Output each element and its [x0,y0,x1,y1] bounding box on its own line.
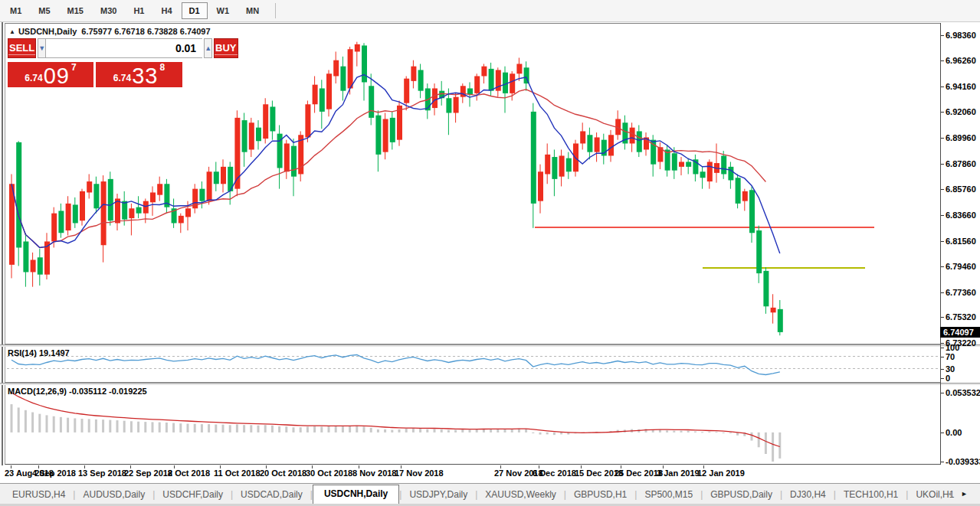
macd-histogram-bar [680,431,683,433]
price-tick-label: 6.92060 [946,107,976,116]
axis-tick-mark [941,357,944,357]
volume-decrease-button[interactable]: ▼ [38,38,46,58]
macd-histogram-bar [215,425,217,433]
candle-body [31,260,36,272]
axis-tick-mark [941,433,944,433]
macd-histogram-bar [137,422,139,433]
candle-body [721,155,726,174]
chart-tab-audusd[interactable]: AUDUSD,Daily [75,486,152,504]
volume-increase-button[interactable]: ▲ [204,38,212,58]
candle-body [446,98,451,113]
candle-body [355,44,360,52]
macd-histogram-bar [778,433,781,459]
rsi-pane[interactable] [5,347,940,383]
macd-pane[interactable] [5,385,940,465]
date-label: 8 Nov 2018 [352,468,396,478]
macd-histogram-bar [278,426,280,433]
macd-histogram-bar [293,427,295,433]
chart-tab-eurusd[interactable]: EURUSD,H4 [5,486,73,504]
macd-histogram-bar [504,429,506,433]
chart-tabs: EURUSD,H4|AUDUSD,Daily|USDCHF,Daily|USDC… [5,485,962,504]
macd-histogram-bar [250,425,252,433]
macd-histogram-bar [159,423,161,433]
macd-histogram-bar [38,414,41,433]
axis-tick-mark [941,378,944,379]
chart-tab-gbpusd[interactable]: GBPUSD,Daily [703,486,780,504]
candle-body [510,73,515,93]
candle-body [679,162,684,166]
price-axis-border [940,23,941,465]
chart-tab-usdcnh[interactable]: USDCNH,Daily [313,485,399,504]
chart-tab-xauusd[interactable]: XAUUSD,Weekly [477,486,563,504]
volume-input[interactable] [46,38,202,58]
chart-tab-usdchf[interactable]: USDCHF,Daily [155,486,231,504]
date-label: 4 Sep 2018 [32,468,76,478]
macd-histogram-bar [179,423,182,433]
timeframe-button-m15[interactable]: M15 [60,2,91,19]
tab-scroll-left-icon[interactable]: ◄ [946,490,961,498]
macd-histogram-bar [532,433,534,433]
timeframe-button-mn[interactable]: MN [238,2,267,19]
timeframe-button-m1[interactable]: M1 [2,2,29,19]
sell-quote-button[interactable]: 6.74 09 7 [8,62,93,87]
rsi-tick-label: 0 [946,374,950,383]
candle-body [418,70,424,90]
date-label: 25 Dec 2018 [615,468,663,478]
chart-tab-dj30[interactable]: DJ30,H4 [782,486,834,504]
date-label: 11 Oct 2018 [214,468,261,478]
chart-tab-sp500[interactable]: SP500,M15 [637,486,700,504]
timeframe-button-h4[interactable]: H4 [153,2,179,19]
chart-tab-gbpusd[interactable]: GBPUSD,H1 [566,486,634,504]
macd-histogram-bar [18,407,20,432]
sell-button[interactable]: SELL [8,38,36,58]
macd-histogram-bar [257,426,260,433]
macd-histogram-bar [356,426,358,433]
chart-tab-usdjpy[interactable]: USDJPY,Daily [402,486,475,504]
timeframe-button-w1[interactable]: W1 [209,2,238,19]
chart-tab-usdcad[interactable]: USDCAD,Daily [233,486,310,504]
candle-body [284,143,290,171]
buy-price-whole: 6.74 [113,73,131,83]
buy-button[interactable]: BUY [214,38,238,58]
tab-scroll-right-icon[interactable]: ► [961,490,975,498]
candle-body [608,135,614,155]
axis-tick-mark [941,35,944,36]
macd-histogram-bar [264,425,267,433]
candle-body [320,88,325,111]
date-axis: 23 Aug 20184 Sep 201813 Sep 201822 Sep 2… [0,465,980,483]
axis-tick-mark [941,348,944,348]
candle-body [157,184,162,194]
candle-body [199,189,205,201]
collapse-triangle-icon[interactable]: ▲ [9,28,15,35]
timeframe-buttons: M1M5M15M30H1H4D1W1MN [2,2,267,19]
timeframe-button-h1[interactable]: H1 [126,2,152,19]
axis-tick-mark [941,292,944,293]
macd-histogram-bar [25,410,27,433]
macd-histogram-bar [363,426,365,433]
chevron-down-icon: ▼ [38,44,45,52]
candle-body [87,181,92,192]
candle-body [728,167,733,181]
axis-tick-mark [941,87,944,87]
macd-histogram-bar [123,421,126,433]
candle-body [80,191,85,220]
timeframe-button-m30[interactable]: M30 [93,2,124,19]
macd-histogram-bar [694,432,696,433]
buy-button-label: BUY [215,42,237,55]
macd-tick-label: 0.053532 [946,388,980,397]
axis-tick-mark [941,369,944,370]
macd-histogram-bar [102,419,104,433]
date-label: 22 Sep 2018 [124,468,172,478]
macd-histogram-bar [645,429,647,433]
timeframe-button-d1[interactable]: D1 [182,2,208,19]
macd-histogram-bar [419,429,421,433]
macd-histogram-bar [469,429,471,432]
price-tick-label: 6.98360 [946,31,976,40]
rsi-chart [5,347,941,383]
timeframe-button-m5[interactable]: M5 [31,2,57,19]
chart-tab-tech100[interactable]: TECH100,H1 [836,486,906,504]
buy-quote-button[interactable]: 6.74 33 8 [96,62,182,87]
macd-histogram-bar [384,429,386,433]
price-tick-label: 6.83660 [946,211,976,220]
macd-histogram-bar [144,422,146,433]
